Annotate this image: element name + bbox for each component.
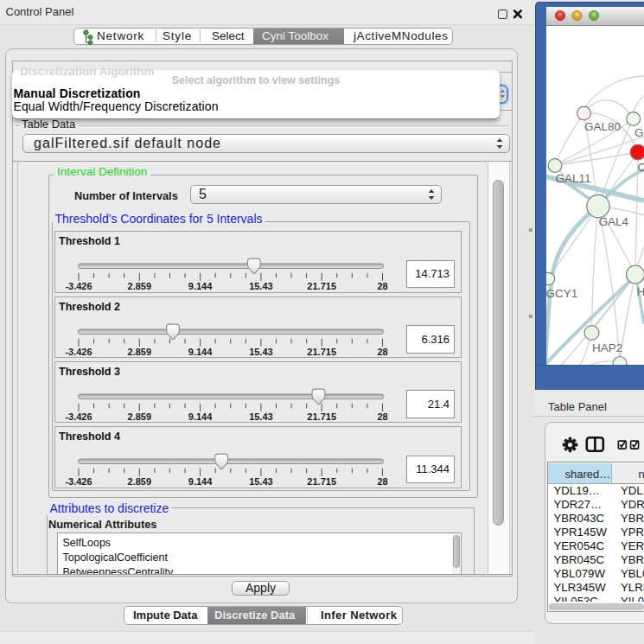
svg-text:9.144: 9.144 — [188, 476, 213, 487]
svg-text:9.144: 9.144 — [188, 281, 213, 291]
svg-text:H: H — [637, 285, 644, 298]
svg-text:21.715: 21.715 — [307, 476, 336, 487]
svg-text:-3.426: -3.426 — [65, 411, 92, 421]
svg-text:9.144: 9.144 — [188, 411, 213, 421]
svg-text:15.43: 15.43 — [249, 476, 273, 487]
svg-text:21.715: 21.715 — [307, 281, 336, 291]
svg-text:GCY1: GCY1 — [546, 287, 577, 300]
svg-text:2.859: 2.859 — [128, 476, 152, 487]
svg-text:G: G — [634, 126, 644, 139]
svg-text:-3.426: -3.426 — [65, 346, 92, 356]
svg-text:28: 28 — [377, 411, 387, 421]
svg-text:2.859: 2.859 — [128, 346, 152, 356]
svg-text:15.43: 15.43 — [249, 346, 273, 356]
svg-text:28: 28 — [377, 281, 387, 291]
svg-text:15.43: 15.43 — [249, 411, 273, 421]
svg-text:28: 28 — [377, 346, 387, 356]
svg-text:HAP2: HAP2 — [592, 341, 622, 354]
svg-text:-3.426: -3.426 — [65, 281, 92, 291]
svg-text:21.715: 21.715 — [307, 411, 336, 421]
svg-text:GAL11: GAL11 — [556, 171, 591, 184]
svg-text:2.859: 2.859 — [128, 281, 152, 291]
svg-text:GAL80: GAL80 — [584, 119, 621, 132]
svg-text:9.144: 9.144 — [188, 346, 213, 356]
svg-text:2.859: 2.859 — [128, 411, 152, 421]
svg-text:-3.426: -3.426 — [65, 476, 92, 487]
svg-text:28: 28 — [377, 476, 387, 487]
svg-text:C: C — [638, 161, 644, 174]
svg-text:15.43: 15.43 — [249, 281, 273, 291]
svg-text:21.715: 21.715 — [307, 346, 336, 356]
svg-text:GAL4: GAL4 — [599, 215, 629, 228]
